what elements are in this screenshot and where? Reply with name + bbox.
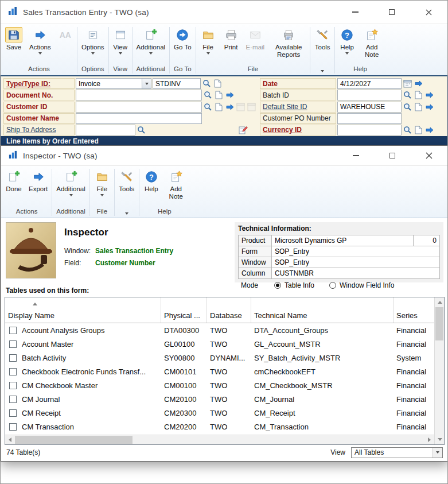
view-filter-combo[interactable]: All Tables [351, 447, 443, 458]
lookup-button[interactable] [203, 90, 213, 100]
lookup-button[interactable] [202, 79, 212, 89]
help-button[interactable]: ? Help [336, 25, 359, 55]
tables-list-main: Display Name Physical ... Database Techn… [5, 297, 434, 444]
additional-button[interactable]: Additional [133, 25, 169, 55]
lookup-button[interactable] [403, 90, 412, 100]
customer-po-input[interactable] [337, 113, 402, 124]
calendar-button[interactable] [403, 79, 412, 89]
table-row[interactable]: Account Master GL00100 TWO GL_Account_MS… [5, 337, 434, 351]
note-button[interactable] [213, 79, 223, 89]
combo-dropdown-button[interactable] [142, 79, 151, 88]
column-header-physical[interactable]: Physical ... [161, 297, 207, 323]
row-checkbox[interactable] [9, 409, 17, 417]
currency-id-label[interactable]: Currency ID [260, 125, 336, 135]
available-reports-button[interactable]: Available Reports [268, 25, 309, 59]
column-header-technical-name[interactable]: Technical Name [251, 297, 394, 323]
close-button[interactable] [420, 5, 437, 19]
table-row[interactable]: CM Receipt CM20300 TWO CM_Receipt Financ… [5, 406, 434, 420]
note-button[interactable] [414, 125, 423, 135]
help-button[interactable]: ? Help [140, 167, 163, 193]
column-header-database[interactable]: Database [207, 297, 251, 323]
group-label-options: Options [78, 64, 108, 75]
type-id-input[interactable]: STDINV [153, 78, 201, 89]
expand-button[interactable] [424, 90, 434, 100]
table-row[interactable]: Account Analysis Groups DTA00300 TWO DTA… [5, 323, 434, 337]
lookup-button[interactable] [403, 125, 412, 135]
group-label-tools-dropdown[interactable] [115, 211, 138, 218]
minimize-button[interactable] [347, 149, 364, 162]
note-button[interactable] [414, 102, 423, 112]
default-site-label[interactable]: Default Site ID [260, 102, 336, 113]
scroll-left-button[interactable] [5, 435, 15, 444]
note-button[interactable] [214, 102, 224, 112]
table-row[interactable]: CM Journal CM20100 TWO CM_Journal Financ… [5, 392, 434, 406]
lookup-button[interactable] [137, 125, 146, 135]
table-row[interactable]: CM Checkbook Master CM00100 TWO CM_Check… [5, 378, 434, 392]
row-checkbox[interactable] [9, 368, 17, 375]
row-checkbox[interactable] [9, 340, 17, 348]
default-site-input[interactable]: WAREHOUSE [337, 102, 402, 113]
tools-button[interactable]: Tools [311, 25, 334, 51]
row-checkbox[interactable] [9, 382, 17, 389]
vertical-scrollbar[interactable] [434, 297, 444, 444]
note-button[interactable] [414, 90, 423, 100]
vertical-scroll-track[interactable] [435, 340, 444, 435]
batch-id-input[interactable] [337, 90, 402, 100]
type-combo[interactable]: Invoice [76, 78, 151, 89]
add-note-button[interactable]: Add Note [163, 167, 189, 200]
minimize-button[interactable] [346, 5, 364, 19]
actions-button[interactable]: Actions [26, 25, 54, 55]
row-checkbox[interactable] [9, 423, 17, 431]
export-button[interactable]: Export [25, 167, 51, 193]
vertical-scroll-thumb[interactable] [435, 307, 443, 340]
combo-dropdown-button[interactable] [433, 448, 442, 458]
lookup-button[interactable] [403, 102, 412, 112]
options-button[interactable]: Options [78, 25, 108, 55]
expand-button[interactable] [424, 102, 434, 112]
add-note-button[interactable]: Add Note [359, 25, 385, 59]
tools-button[interactable]: Tools [115, 167, 138, 193]
column-header-series[interactable]: Series [394, 297, 434, 323]
additional-button[interactable]: Additional [53, 167, 89, 196]
done-button[interactable]: Done [2, 167, 25, 193]
date-input[interactable]: 4/12/2027 [337, 78, 402, 89]
file-button[interactable]: File [197, 25, 220, 55]
document-no-input[interactable] [76, 90, 202, 100]
ship-to-label[interactable]: Ship To Address [3, 125, 75, 135]
print-button[interactable]: Print [220, 25, 243, 51]
expand-button[interactable] [225, 90, 235, 100]
maximize-button[interactable] [383, 5, 400, 19]
horizontal-scrollbar[interactable] [5, 435, 434, 444]
scroll-up-button[interactable] [435, 297, 445, 307]
edit-address-button[interactable] [238, 125, 248, 135]
currency-id-input[interactable] [337, 125, 402, 135]
customer-name-input[interactable] [76, 113, 202, 124]
row-checkbox[interactable] [9, 396, 17, 403]
goto-button[interactable]: Go To [170, 25, 194, 51]
horizontal-scroll-thumb[interactable] [15, 436, 133, 444]
close-button[interactable] [420, 149, 438, 162]
table-row[interactable]: Batch Activity SY00800 DYNAMI... SY_Batc… [5, 351, 434, 365]
table-row[interactable]: Checkbook Electronic Funds Transf... CM0… [5, 365, 434, 378]
scroll-right-button[interactable] [424, 435, 434, 444]
ship-to-input[interactable] [76, 125, 135, 135]
scroll-down-button[interactable] [435, 435, 445, 444]
view-button[interactable]: View [110, 25, 131, 55]
horizontal-scroll-track[interactable] [133, 435, 424, 444]
customer-id-input[interactable] [76, 102, 202, 113]
file-button[interactable]: File [91, 167, 114, 196]
row-checkbox[interactable] [9, 354, 17, 362]
column-header-display-name[interactable]: Display Name [5, 297, 161, 323]
type-label[interactable]: Type/Type ID: [3, 78, 75, 89]
lookup-button[interactable] [203, 102, 213, 112]
row-checkbox[interactable] [9, 327, 17, 334]
group-label-tools-dropdown[interactable] [311, 69, 334, 75]
note-button[interactable] [214, 90, 224, 100]
maximize-button[interactable] [384, 149, 401, 162]
table-row[interactable]: CM Transaction CM20200 TWO CM_Transactio… [5, 420, 434, 433]
expand-button[interactable] [225, 102, 235, 112]
expand-button[interactable] [424, 125, 434, 135]
save-button[interactable]: Save [2, 25, 26, 51]
tools-icon [119, 169, 135, 184]
expand-button[interactable] [414, 79, 423, 89]
